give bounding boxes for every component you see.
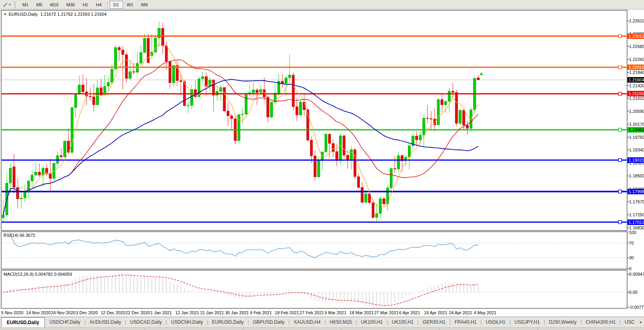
chart-tab-uk100-h1[interactable]: UK100,H1 (357, 317, 387, 327)
price-tick: 1.19750 (629, 135, 644, 140)
date-tick: 12 Dec 2020 (101, 310, 125, 315)
chart-tab-hk50-m15[interactable]: HK50,M15 (326, 317, 356, 327)
macd-tick: 0.00 (629, 289, 637, 295)
chart-tab-audusd-daily[interactable]: AUDUSD,Daily (86, 317, 125, 327)
price-tick: 1.18500 (629, 173, 644, 179)
date-axis: 5 Nov 202014 Nov 202024 Nov 20203 Dec 20… (0, 309, 644, 317)
price-tick: 1.21840 (629, 70, 644, 75)
date-tick: 22 Dec 2020 (126, 310, 150, 315)
line-handle[interactable] (618, 128, 622, 131)
symbol-dropdown-arrow-icon[interactable]: ▼ (4, 13, 7, 16)
price-line-label: 1.17998 (627, 189, 644, 194)
price-line-label: 1.21155 (627, 91, 644, 96)
rsi-tick: 70 (629, 240, 634, 246)
chart-tab-dj30-weekly[interactable]: DJ30,Weekly (545, 317, 580, 327)
date-tick: 3 Dec 2020 (76, 310, 98, 315)
price-tick: 1.17670 (629, 199, 644, 205)
rsi-tick: 100 (629, 230, 636, 235)
rsi-panel (1, 232, 627, 269)
mt4-chart-window: ▾ M1M5M15M30H1H4D1W1MN ▼EURUSD,Daily1.21… (0, 0, 644, 330)
chart-tab-eurusd-daily[interactable]: EURUSD,Daily (1, 317, 45, 327)
date-tick: 27 Feb 2021 (300, 310, 324, 315)
chart-tab-usdjpy-h1[interactable]: USDJPY,H1 (510, 317, 543, 327)
date-tick: 9 Mar 2021 (325, 310, 347, 315)
chart-tab-bar: EURUSD,DailyUSDCHF,Daily|AUDUSD,Daily|US… (0, 317, 644, 327)
chart-tab-eurusd-daily[interactable]: EURUSD,Daily (208, 317, 248, 327)
price-tick: 1.21420 (629, 83, 644, 88)
chart-tab-gbpusd-daily[interactable]: GBPUSD,Daily (249, 317, 288, 327)
line-handle[interactable] (618, 159, 622, 162)
chart-tab-ger30-h1[interactable]: GER30,H1 (419, 317, 450, 327)
price-line-label: 1.19992 (627, 127, 644, 133)
date-tick: 24 Apr 2021 (449, 310, 472, 315)
price-line-label: 1.22010 (627, 65, 644, 70)
date-tick: 1 Jan 2021 (150, 310, 172, 315)
date-tick: 12 Jan 2021 (175, 310, 199, 315)
rsi-tick: 0 (629, 266, 631, 271)
date-tick: 5 Nov 2020 (1, 310, 23, 315)
chart-tab-xauusd-h4[interactable]: XAUUSD,H4 (290, 317, 325, 327)
chart-tab-usdcad-daily[interactable]: USDCAD,Daily (126, 317, 166, 327)
line-handle[interactable] (618, 221, 622, 224)
tab-scroll-right-button[interactable]: ▸ (638, 317, 644, 327)
date-tick: 14 Nov 2020 (26, 310, 50, 315)
chart-title: ▼EURUSD,Daily1.21672 1.21762 1.21593 1.2… (4, 12, 106, 17)
rsi-tick: 30 (629, 255, 634, 260)
line-handle[interactable] (618, 66, 622, 69)
chart-tab-uk100-h1[interactable]: UK100,H1 (388, 317, 417, 327)
price-tick: 1.20590 (629, 109, 644, 114)
chart-plot-canvas (0, 0, 644, 309)
bottom-scrollbar[interactable] (0, 327, 644, 330)
price-tick: 1.22260 (629, 57, 644, 62)
date-tick: 30 Jan 2021 (225, 310, 249, 315)
chart-tab-usoil-h1[interactable]: USOil,H1 (482, 317, 509, 327)
price-line-label: 1.17012 (627, 219, 644, 225)
price-tick: 1.20170 (629, 122, 644, 127)
date-tick: 27 Mar 2021 (374, 310, 399, 315)
line-handle[interactable] (618, 92, 622, 95)
price-tick: 1.17250 (629, 212, 644, 218)
price-line-label: 1.19015 (627, 157, 644, 163)
date-tick: 15 Apr 2021 (424, 310, 447, 315)
chart-tab-china300-h1[interactable]: CHINA300,H1 (582, 317, 620, 327)
date-tick: 6 Apr 2021 (399, 310, 420, 315)
macd-panel (1, 270, 627, 308)
macd-tick: -0.007778 (629, 304, 644, 310)
chart-tab-usc[interactable]: USC (621, 317, 638, 327)
chart-tab-fra40-h1[interactable]: FRA40,H1 (451, 317, 481, 327)
price-tick: 1.19340 (629, 147, 644, 153)
date-tick: 18 Feb 2021 (275, 310, 299, 315)
rsi-indicator-label: RSI(14) 66.3672 (4, 233, 35, 238)
price-tick: 1.23510 (629, 18, 644, 24)
price-line-label: 1.23019 (627, 33, 644, 39)
chart-ohlc-values: 1.21672 1.21762 1.21593 1.21604 (40, 12, 106, 17)
chart-tab-usdcnh-daily[interactable]: USDCNH,Daily (167, 317, 207, 327)
line-handle[interactable] (618, 190, 622, 193)
date-tick: 4 May 2021 (474, 310, 496, 315)
main-panel (1, 10, 627, 230)
macd-tick: 0.009478 (629, 271, 644, 277)
chart-symbol-period: EURUSD,Daily (9, 12, 38, 17)
date-tick: 9 Feb 2021 (250, 310, 272, 315)
date-tick: 18 Mar 2021 (349, 310, 374, 315)
date-tick: 24 Nov 2020 (51, 310, 75, 315)
date-tick: 21 Jan 2021 (200, 310, 224, 315)
chart-tab-usdchf-daily[interactable]: USDCHF,Daily (46, 317, 84, 327)
macd-indicator-label: MACD(12,26,9) 0.004782 0.004059 (4, 272, 72, 277)
current-price-label: 1.21604 (627, 77, 644, 83)
line-handle[interactable] (618, 35, 622, 38)
price-tick: 1.22680 (629, 44, 644, 49)
